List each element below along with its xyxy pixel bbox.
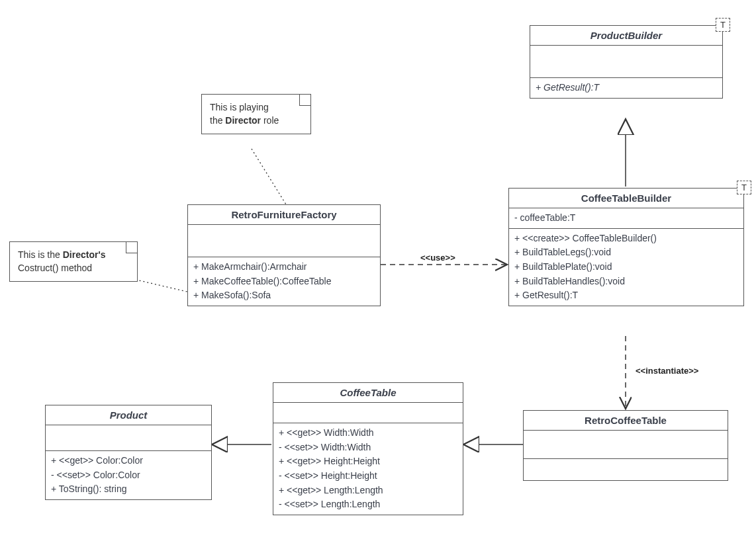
operation: - <<set>> Width:Width (279, 441, 457, 455)
operation: + MakeArmchair():Armchair (193, 260, 375, 274)
note-fold-icon (299, 95, 310, 106)
template-param: T (716, 18, 730, 32)
class-attributes: - coffeeTable:T (509, 208, 743, 229)
operation: - <<set>> Color:Color (51, 468, 206, 483)
class-product-builder: T ProductBuilder + GetResult():T (530, 25, 723, 99)
class-name: CoffeeTableBuilder (509, 189, 743, 208)
class-name: CoffeeTable (273, 383, 463, 403)
class-attributes (524, 431, 728, 459)
operation: + <<get>> Width:Width (279, 426, 457, 441)
attribute: - coffeeTable:T (514, 211, 738, 226)
operation: + BuildTableHandles():void (514, 274, 738, 289)
class-operations: + MakeArmchair():Armchair + MakeCoffeeTa… (188, 257, 380, 306)
class-coffee-table-builder: T CoffeeTableBuilder - coffeeTable:T + <… (508, 188, 744, 306)
operation: + GetResult():T (514, 288, 738, 303)
class-coffee-table: CoffeeTable + <<get>> Width:Width - <<se… (273, 382, 463, 515)
class-operations: + GetResult():T (530, 78, 722, 98)
note-line: Costruct() method (18, 262, 129, 275)
operation: + GetResult():T (536, 81, 717, 95)
template-param: T (737, 181, 751, 194)
note-line: the Director role (210, 114, 303, 128)
note-fold-icon (126, 242, 137, 253)
operation: - <<set>> Length:Length (279, 497, 457, 512)
note-construct-method: This is the Director's Costruct() method (9, 241, 138, 282)
operation: + MakeCoffeeTable():CoffeeTable (193, 274, 375, 289)
note-line: This is playing (210, 101, 303, 114)
operation: + <<create>> CoffeeTableBuilder() (514, 231, 738, 246)
class-attributes (530, 46, 722, 78)
class-operations: + <<get>> Color:Color - <<set>> Color:Co… (46, 451, 211, 499)
class-operations: + <<get>> Width:Width - <<set>> Width:Wi… (273, 423, 463, 515)
operation: + <<get>> Color:Color (51, 454, 206, 468)
edge-label-use: <<use>> (419, 253, 457, 263)
operation: - <<set>> Height:Height (279, 469, 457, 484)
class-attributes (46, 425, 211, 451)
operation: + BuildTablePlate():void (514, 260, 738, 274)
class-name: ProductBuilder (530, 26, 722, 46)
class-retro-coffee-table: RetroCoffeeTable (523, 410, 728, 481)
operation: + MakeSofa():Sofa (193, 288, 375, 303)
operation: + BuildTableLegs():void (514, 245, 738, 260)
class-attributes (188, 225, 380, 257)
svg-line-5 (252, 149, 286, 204)
note-line: This is the Director's (18, 249, 129, 262)
class-name: RetroCoffeeTable (524, 411, 728, 431)
class-name: Product (46, 405, 211, 425)
class-operations (524, 459, 728, 480)
uml-canvas: CoffeeTableBuilder (dashed dep) --> Retr… (0, 0, 756, 547)
edge-label-instantiate: <<instantiate>> (634, 366, 700, 376)
class-attributes (273, 403, 463, 423)
class-product: Product + <<get>> Color:Color - <<set>> … (45, 405, 212, 500)
class-name: RetroFurnitureFactory (188, 205, 380, 225)
operation: + <<get>> Length:Length (279, 484, 457, 498)
class-retro-furniture-factory: RetroFurnitureFactory + MakeArmchair():A… (187, 204, 381, 306)
operation: + <<get>> Height:Height (279, 454, 457, 469)
class-operations: + <<create>> CoffeeTableBuilder() + Buil… (509, 229, 743, 306)
note-director-role: This is playing the Director role (201, 94, 311, 134)
operation: + ToString(): string (51, 482, 206, 497)
